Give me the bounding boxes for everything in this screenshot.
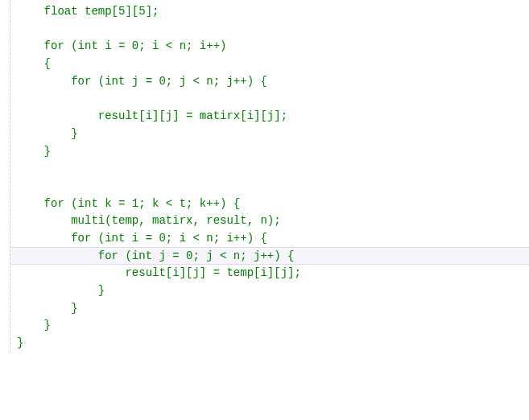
code-line: float temp[5][5];: [10, 3, 529, 21]
code-line: {: [10, 56, 529, 73]
code-line: [10, 21, 529, 39]
code-line: for (int j = 0; j < n; j++) {: [10, 248, 529, 266]
code-line: result[i][j] = temp[i][j];: [10, 265, 529, 282]
code-line: }: [10, 282, 529, 300]
code-line: result[i][j] = matirx[i][j];: [10, 108, 529, 126]
code-line: [10, 90, 529, 108]
code-line: [10, 178, 529, 196]
code-line: for (int j = 0; j < n; j++) {: [10, 73, 529, 91]
code-line: for (int k = 1; k < t; k++) {: [10, 196, 529, 213]
code-line: }: [10, 300, 529, 318]
code-line: multi(temp, matirx, result, n);: [10, 212, 529, 230]
code-line: }: [10, 335, 529, 352]
code-line: }: [10, 317, 529, 335]
code-line: [10, 160, 529, 178]
code-line: }: [10, 143, 529, 161]
code-line: }: [10, 126, 529, 143]
code-line: for (int i = 0; i < n; i++) {: [10, 230, 529, 248]
code-line: for (int i = 0; i < n; i++): [10, 38, 529, 56]
code-block: float temp[5][5]; for (int i = 0; i < n;…: [10, 3, 529, 352]
code-container: float temp[5][5]; for (int i = 0; i < n;…: [10, 0, 529, 352]
